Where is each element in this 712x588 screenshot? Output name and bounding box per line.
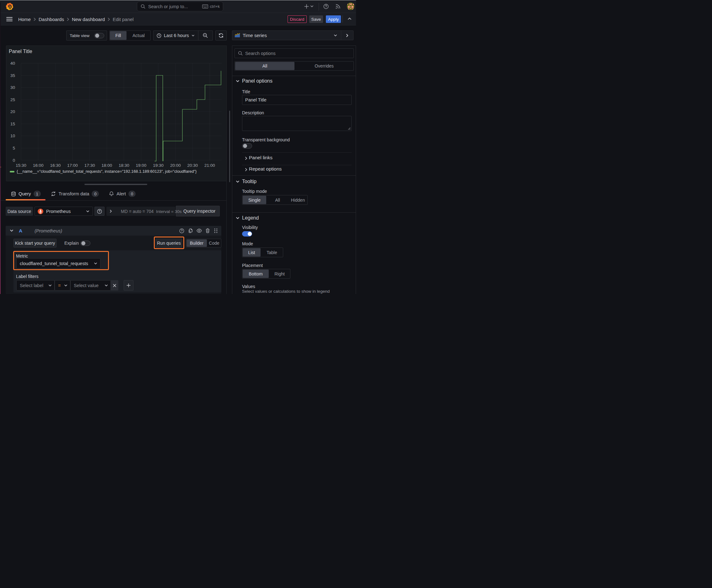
svg-text:15: 15	[10, 122, 15, 126]
svg-text:20:30: 20:30	[188, 163, 198, 168]
svg-text:18:30: 18:30	[118, 163, 129, 168]
svg-text:5: 5	[13, 146, 15, 150]
svg-text:10: 10	[10, 133, 15, 138]
svg-text:20:00: 20:00	[170, 163, 181, 168]
svg-text:16:30: 16:30	[50, 163, 61, 168]
svg-text:18:00: 18:00	[102, 163, 112, 168]
svg-text:21:00: 21:00	[204, 163, 215, 168]
svg-text:20: 20	[10, 109, 15, 114]
svg-text:0: 0	[13, 158, 15, 163]
svg-text:19:00: 19:00	[136, 163, 147, 168]
svg-text:15:30: 15:30	[16, 163, 26, 168]
svg-text:40: 40	[10, 61, 15, 66]
svg-text:19:30: 19:30	[153, 163, 164, 168]
svg-text:16:00: 16:00	[33, 163, 44, 168]
svg-text:17:30: 17:30	[84, 163, 95, 168]
svg-text:30: 30	[10, 85, 15, 90]
svg-text:35: 35	[10, 73, 15, 78]
svg-text:25: 25	[10, 97, 15, 102]
svg-text:{__name__="cloudflared_tunnel_: {__name__="cloudflared_tunnel_total_requ…	[17, 169, 197, 174]
svg-text:17:00: 17:00	[67, 163, 78, 168]
